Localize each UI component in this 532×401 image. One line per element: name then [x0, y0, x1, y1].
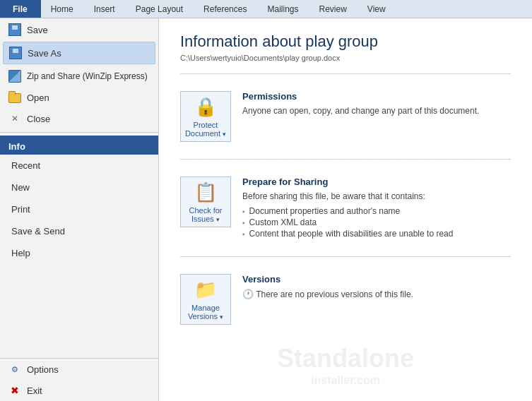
close-button[interactable]: ✕ Close	[0, 108, 158, 129]
close-icon: ✕	[8, 113, 21, 124]
sharing-body: Before sharing this file, be aware that …	[242, 190, 511, 203]
list-item-3: Content that people with disabilities ar…	[242, 228, 511, 239]
divider-1	[180, 73, 511, 74]
sharing-section: 📋 Check forIssues ▾ Prepare for Sharing …	[180, 168, 511, 248]
exit-icon: ✖	[8, 385, 21, 396]
protect-icon: 🔒	[194, 96, 217, 118]
versions-icon: 📁	[194, 279, 217, 301]
tab-page-layout[interactable]: Page Layout	[126, 0, 194, 18]
folder-icon	[8, 93, 21, 103]
zip-share-button[interactable]: Zip and Share (WinZip Express)	[0, 65, 158, 88]
versions-body: 🕐 There are no previous versions of this…	[242, 287, 511, 301]
issues-icon: 📋	[194, 181, 217, 203]
protect-document-button[interactable]: 🔒 ProtectDocument ▾	[180, 91, 231, 142]
tab-file[interactable]: File	[0, 0, 41, 18]
exit-button[interactable]: ✖ Exit	[0, 380, 158, 401]
save-as-icon	[9, 47, 22, 59]
divider-3	[180, 256, 511, 257]
sharing-list: Document properties and author's name Cu…	[242, 205, 511, 239]
save-button[interactable]: Save	[0, 18, 158, 41]
sidebar-item-recent[interactable]: Recent	[0, 155, 158, 176]
file-path: C:\Users\wertyuio\Documents\play group.d…	[180, 54, 511, 62]
sidebar-item-help[interactable]: Help	[0, 242, 158, 264]
options-button[interactable]: ⚙ Options	[0, 359, 158, 380]
sidebar-item-save-send[interactable]: Save & Send	[0, 220, 158, 242]
list-item-1: Document properties and author's name	[242, 205, 511, 217]
sidebar-bottom: ⚙ Options ✖ Exit	[0, 358, 158, 401]
permissions-section: 🔒 ProtectDocument ▾ Permissions Anyone c…	[180, 83, 511, 150]
main-layout: Save Save As Zip and Share (WinZip Expre…	[0, 18, 532, 401]
watermark: Standalone installer.com	[277, 343, 414, 387]
permissions-title: Permissions	[242, 91, 511, 102]
save-icon	[8, 23, 21, 36]
tab-view[interactable]: View	[357, 0, 396, 18]
check-issues-button[interactable]: 📋 Check forIssues ▾	[180, 176, 231, 227]
permissions-info: Permissions Anyone can open, copy, and c…	[242, 91, 511, 117]
info-section-label[interactable]: Info	[0, 136, 158, 155]
sharing-info: Prepare for Sharing Before sharing this …	[242, 176, 511, 239]
versions-info: Versions 🕐 There are no previous version…	[242, 274, 511, 301]
ribbon-tabs: File Home Insert Page Layout References …	[0, 0, 532, 18]
sidebar-item-new[interactable]: New	[0, 176, 158, 198]
versions-title: Versions	[242, 274, 511, 285]
tab-mailings[interactable]: Mailings	[257, 0, 309, 18]
manage-versions-button[interactable]: 📁 ManageVersions ▾	[180, 274, 231, 325]
sidebar-divider	[0, 132, 158, 133]
tab-review[interactable]: Review	[309, 0, 357, 18]
tab-insert[interactable]: Insert	[84, 0, 126, 18]
content-area: Information about play group C:\Users\we…	[159, 18, 532, 401]
tab-references[interactable]: References	[194, 0, 257, 18]
permissions-body: Anyone can open, copy, and change any pa…	[242, 104, 511, 117]
page-title: Information about play group	[180, 32, 511, 51]
tab-home[interactable]: Home	[41, 0, 84, 18]
open-button[interactable]: Open	[0, 88, 158, 108]
sidebar: Save Save As Zip and Share (WinZip Expre…	[0, 18, 159, 401]
divider-2	[180, 159, 511, 160]
zip-icon	[8, 70, 21, 83]
versions-section: 📁 ManageVersions ▾ Versions 🕐 There are …	[180, 265, 511, 333]
sharing-title: Prepare for Sharing	[242, 176, 511, 187]
options-icon: ⚙	[8, 364, 21, 375]
sidebar-item-print[interactable]: Print	[0, 198, 158, 220]
list-item-2: Custom XML data	[242, 217, 511, 228]
save-as-button[interactable]: Save As	[3, 42, 155, 64]
